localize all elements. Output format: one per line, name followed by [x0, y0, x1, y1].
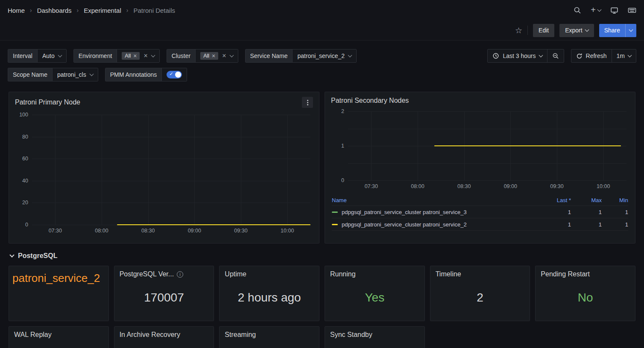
stat-title: Pending Restart — [541, 270, 590, 278]
pmm-annotations-toggle[interactable]: ✓ — [167, 71, 182, 78]
export-button[interactable]: Export — [559, 24, 594, 37]
charts-row: Patroni Primary Node 100 80 60 40 20 0 0… — [9, 92, 635, 244]
legend-col-name[interactable]: Name — [332, 197, 534, 203]
info-icon[interactable]: i — [177, 271, 183, 278]
legend-col-min[interactable]: Min — [602, 197, 628, 203]
panel-title[interactable]: Patroni Secondary Nodes — [331, 97, 409, 104]
share-button[interactable]: Share — [599, 24, 625, 37]
dashboard-toolbar: ☆ Edit Export Share — [0, 20, 644, 41]
empty-grid-cell — [430, 326, 530, 348]
legend-col-max[interactable]: Max — [571, 197, 602, 203]
chart-plot-area[interactable]: 100 80 60 40 20 0 07:30 08:00 08:30 09:0… — [32, 115, 310, 225]
series-last-value: 1 — [534, 221, 571, 228]
breadcrumb-separator: › — [77, 7, 79, 14]
star-icon[interactable]: ☆ — [515, 26, 522, 35]
refresh-interval-select[interactable]: 1m — [612, 49, 636, 62]
zoom-out-button[interactable] — [547, 49, 564, 62]
breadcrumb-experimental[interactable]: Experimental — [84, 7, 121, 14]
cluster-select[interactable]: All × × — [196, 49, 237, 62]
series-min-value: 1 — [602, 221, 628, 228]
kebab-menu-icon[interactable] — [302, 97, 313, 108]
stat-value: Yes — [325, 278, 424, 321]
y-axis-tick: 0 — [25, 222, 28, 228]
chart-plot-area[interactable]: 2 1 0 07:30 08:00 08:30 09:00 09:30 10:0… — [348, 111, 626, 180]
stat-panel-sync-standby: Sync Standby — [325, 326, 425, 348]
close-icon[interactable]: × — [133, 53, 137, 59]
share-menu-button[interactable] — [625, 24, 636, 37]
clear-icon[interactable]: × — [222, 52, 226, 59]
gridline — [32, 203, 310, 203]
filter-row-2: Scope Name patroni_cls PMM Annotations ✓ — [8, 68, 636, 81]
gridline — [32, 137, 310, 137]
x-axis-tick: 09:30 — [550, 183, 563, 189]
row-title: PostgreSQL — [18, 252, 57, 260]
series-line-patroni-service-2 — [434, 145, 621, 146]
filter-service-name: Service Name patroni_service_2 — [245, 49, 357, 63]
gridline — [148, 115, 149, 225]
check-icon: ✓ — [169, 71, 173, 77]
legend-col-last[interactable]: Last * — [534, 197, 571, 203]
refresh-button[interactable]: Refresh — [571, 49, 612, 62]
legend-table: Name Last * Max Min pdpgsql_patroni_serv… — [332, 195, 628, 231]
time-range-picker[interactable]: Last 3 hours — [488, 49, 547, 62]
time-range-group: Last 3 hours — [487, 49, 564, 63]
y-axis-tick: 60 — [22, 156, 28, 162]
zoom-out-icon — [552, 52, 559, 59]
panel-title[interactable]: Patroni Primary Node — [15, 99, 80, 106]
environment-tag-all[interactable]: All × — [122, 52, 140, 60]
interval-value: Auto — [42, 52, 55, 59]
stat-panel-wal-replay: WAL Replay — [9, 326, 109, 348]
clear-icon[interactable]: × — [143, 52, 147, 59]
stat-value: patroni_service_2 — [12, 271, 105, 285]
share-button-label: Share — [604, 27, 620, 34]
y-axis-tick: 40 — [22, 178, 28, 184]
time-series-chart: 2 1 0 07:30 08:00 08:30 09:00 09:30 10:0… — [331, 108, 629, 191]
keyboard-icon[interactable] — [628, 6, 636, 14]
stat-title: In Archive Recovery — [120, 331, 180, 339]
gridline — [32, 181, 310, 181]
environment-select[interactable]: All × × — [117, 49, 159, 62]
toggle-knob — [175, 72, 181, 78]
filter-cluster: Cluster All × × — [167, 49, 238, 63]
edit-button[interactable]: Edit — [533, 24, 554, 37]
gridline — [32, 115, 310, 115]
close-icon[interactable]: × — [212, 53, 215, 59]
refresh-interval-value: 1m — [617, 52, 625, 59]
chevron-down-icon — [58, 53, 62, 57]
gridline — [348, 111, 626, 112]
chevron-down-icon — [229, 53, 234, 57]
x-axis-tick: 08:30 — [457, 183, 471, 189]
cluster-tag-all[interactable]: All × — [200, 52, 218, 60]
chevron-down-icon — [539, 53, 543, 57]
filter-pmm-annotations: PMM Annotations ✓ — [105, 68, 187, 81]
y-axis-tick: 20 — [22, 200, 28, 206]
breadcrumb-dashboards[interactable]: Dashboards — [37, 7, 72, 14]
interval-select[interactable]: Auto — [38, 49, 66, 62]
stat-panel-pending-restart: Pending Restart No — [535, 266, 635, 321]
stat-panel-streaming: Streaming — [219, 326, 319, 348]
y-axis-tick: 2 — [341, 108, 344, 114]
time-range-value: Last 3 hours — [503, 52, 536, 59]
clock-icon — [492, 52, 499, 59]
chevron-down-icon — [89, 72, 94, 76]
x-axis-tick: 07:30 — [49, 228, 62, 234]
stats-row-2: WAL Replay In Archive Recovery Streaming… — [9, 326, 635, 348]
stat-panel-in-archive-recovery: In Archive Recovery — [114, 326, 214, 348]
panel-patroni-secondary-nodes: Patroni Secondary Nodes 2 1 0 07:30 08:0… — [325, 92, 635, 244]
series-last-value: 1 — [534, 209, 571, 215]
x-axis-tick: 09:00 — [188, 228, 201, 234]
series-name[interactable]: pdpgsql_patroni_service_cluster patroni_… — [342, 209, 467, 215]
stat-panel-service-name: patroni_service_2 — [9, 266, 109, 321]
panel-patroni-primary-node: Patroni Primary Node 100 80 60 40 20 0 0… — [9, 92, 319, 244]
add-menu-button[interactable]: + — [591, 6, 601, 14]
search-icon[interactable] — [574, 6, 581, 14]
series-name[interactable]: pdpgsql_patroni_service_cluster patroni_… — [342, 221, 467, 228]
monitor-icon[interactable] — [610, 6, 618, 14]
gridline — [287, 115, 288, 225]
breadcrumb-home[interactable]: Home — [8, 7, 25, 14]
toolbar-divider — [527, 26, 528, 35]
row-postgresql[interactable]: PostgreSQL — [9, 252, 635, 260]
service-name-select[interactable]: patroni_service_2 — [293, 49, 356, 62]
stat-title: WAL Replay — [14, 331, 52, 339]
scope-name-select[interactable]: patroni_cls — [53, 68, 98, 81]
